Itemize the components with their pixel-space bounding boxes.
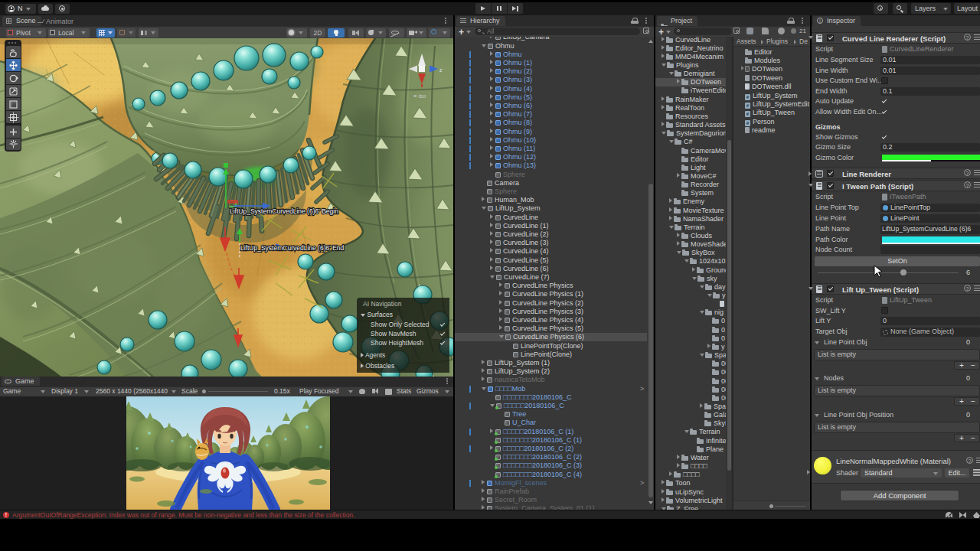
svg-text:LiftUp_SystemCurvedLine (6)6': LiftUp_SystemCurvedLine (6)6' Begin: [230, 207, 338, 215]
svg-text:≡ iso: ≡ iso: [413, 93, 426, 99]
svg-text:z: z: [439, 67, 443, 73]
svg-text:LiftUp_SystemCurvedLine (6)6': LiftUp_SystemCurvedLine (6)6' End: [240, 244, 345, 252]
